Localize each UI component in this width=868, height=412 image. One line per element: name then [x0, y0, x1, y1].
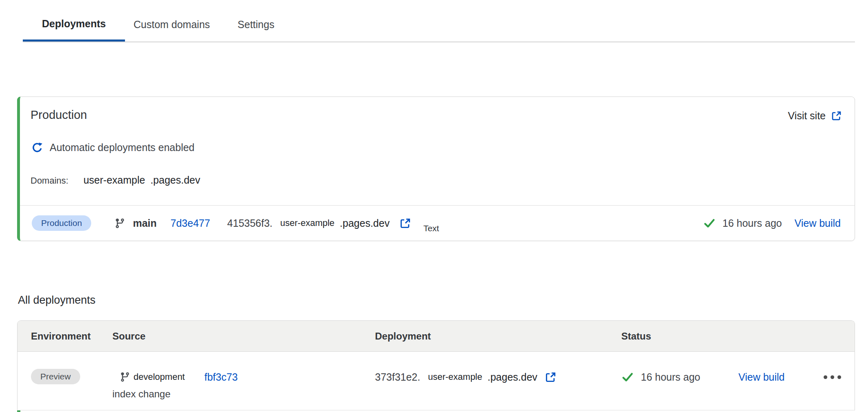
- row-commit-message: index change: [112, 388, 375, 400]
- all-deployments-heading: All deployments: [18, 294, 96, 307]
- production-branch-name: main: [133, 217, 156, 229]
- environment-badge-preview: Preview: [31, 369, 80, 384]
- deployment-url-name[interactable]: user-example: [280, 218, 334, 228]
- row-branch-name: development: [134, 372, 185, 382]
- automatic-deployments-row: Automatic deployments enabled: [31, 142, 195, 153]
- tab-deployments[interactable]: Deployments: [23, 11, 125, 42]
- refresh-icon: [31, 142, 43, 153]
- external-link-icon[interactable]: [545, 371, 557, 383]
- production-deployment-row: Production main 7d3e477 415356f3. user-e…: [20, 205, 855, 241]
- git-branch-icon: [120, 372, 130, 382]
- tab-bar: Deployments Custom domains Settings: [23, 11, 855, 42]
- deployment-url-suffix[interactable]: .pages.dev: [488, 371, 537, 383]
- domain-suffix: .pages.dev: [150, 174, 200, 186]
- tab-settings[interactable]: Settings: [238, 12, 274, 42]
- domains-label: Domains:: [31, 175, 68, 186]
- deployment-time: 16 hours ago: [641, 371, 700, 383]
- environment-badge-production: Production: [32, 215, 91, 231]
- column-header-status: Status: [621, 331, 855, 342]
- deployment-url-hash: 415356f3.: [227, 217, 272, 229]
- deployment-url-suffix[interactable]: .pages.dev: [340, 217, 390, 229]
- next-row-indicator: [17, 410, 20, 412]
- deployment-note: Text: [423, 224, 439, 233]
- visit-site-link[interactable]: Visit site: [788, 110, 842, 122]
- column-header-source: Source: [112, 331, 375, 342]
- check-icon: [703, 217, 716, 230]
- deployment-time: 16 hours ago: [723, 217, 782, 229]
- more-options-icon[interactable]: [823, 373, 842, 381]
- deployment-url-hash: 373f31e2.: [375, 371, 420, 383]
- environment-cell: Preview: [31, 352, 112, 410]
- domains-row: Domains: user-example .pages.dev: [31, 174, 200, 186]
- view-build-link[interactable]: View build: [794, 217, 841, 229]
- production-card-title: Production: [31, 108, 87, 122]
- deployment-cell: 373f31e2. user-example .pages.dev: [375, 352, 621, 410]
- column-header-environment: Environment: [31, 331, 112, 342]
- view-build-link[interactable]: View build: [739, 371, 785, 383]
- table-header-row: Environment Source Deployment Status: [18, 321, 855, 352]
- external-link-icon: [831, 110, 842, 121]
- production-card: Production Visit site Automatic deployme…: [17, 96, 855, 241]
- external-link-icon[interactable]: [399, 217, 411, 229]
- table-row: Preview development fbf3c73 index change…: [18, 352, 855, 410]
- source-cell: development fbf3c73 index change: [112, 352, 375, 410]
- tab-custom-domains[interactable]: Custom domains: [134, 12, 210, 42]
- row-commit-link[interactable]: fbf3c73: [204, 371, 238, 383]
- column-header-deployment: Deployment: [375, 331, 621, 342]
- automatic-deployments-text: Automatic deployments enabled: [50, 142, 195, 153]
- production-commit-link[interactable]: 7d3e477: [171, 217, 210, 229]
- git-branch-icon: [114, 218, 125, 229]
- all-deployments-table: Environment Source Deployment Status Pre…: [17, 320, 855, 410]
- production-status-group: 16 hours ago View build: [703, 217, 841, 230]
- check-icon: [621, 371, 634, 384]
- domain-name: user-example: [83, 174, 145, 186]
- visit-site-label: Visit site: [788, 110, 826, 122]
- deployment-url-name[interactable]: user-example: [428, 372, 482, 382]
- status-cell: 16 hours ago View build: [621, 352, 855, 410]
